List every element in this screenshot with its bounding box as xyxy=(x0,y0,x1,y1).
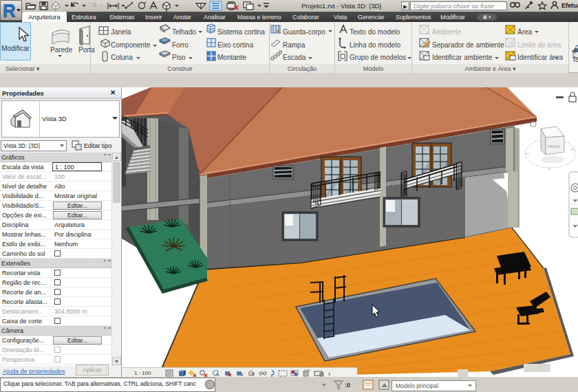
svg-text:DIREITA: DIREITA xyxy=(548,145,561,149)
svg-text:fa: fa xyxy=(573,55,578,63)
svg-text:SE: SE xyxy=(570,148,575,151)
svg-text:‹: ‹ xyxy=(328,370,330,377)
svg-text:P: P xyxy=(574,47,578,55)
svg-text:S: S xyxy=(548,167,550,171)
svg-text:SO: SO xyxy=(525,152,529,155)
